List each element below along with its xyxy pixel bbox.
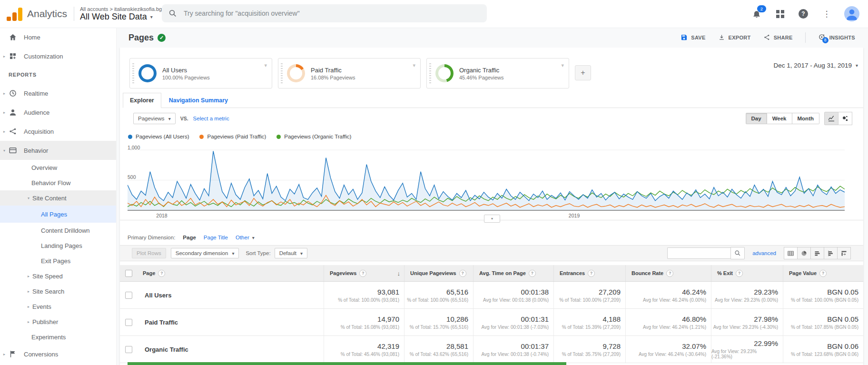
tab-navigation-summary[interactable]: Navigation Summary bbox=[161, 93, 236, 108]
insights-button[interactable]: INSIGHTS8 bbox=[818, 33, 855, 42]
chevron-right-icon[interactable]: ▸ bbox=[3, 91, 5, 96]
help-icon[interactable]: ? bbox=[459, 270, 466, 277]
sidebar-item-overview[interactable]: Overview bbox=[0, 160, 116, 175]
sidebar-item-events[interactable]: ▸Events bbox=[0, 299, 116, 314]
help-icon[interactable]: ? bbox=[819, 270, 827, 277]
sidebar-item-site-speed[interactable]: ▸Site Speed bbox=[0, 268, 116, 284]
table-search-icon[interactable] bbox=[730, 247, 745, 259]
collapse-chart-button[interactable]: ▾ bbox=[484, 215, 500, 223]
help-icon[interactable]: ? bbox=[529, 270, 536, 277]
chevron-down-icon[interactable]: ▾ bbox=[561, 62, 564, 69]
export-button[interactable]: EXPORT bbox=[718, 34, 751, 42]
sidebar-item-audience[interactable]: ▸Audience bbox=[0, 103, 116, 122]
date-range-selector[interactable]: Dec 1, 2017 - Aug 31, 2019 ▾ bbox=[774, 62, 858, 69]
sidebar-item-customization[interactable]: ▸Customization bbox=[0, 47, 116, 66]
help-icon[interactable]: ? bbox=[666, 270, 673, 277]
save-button[interactable]: SAVE bbox=[681, 34, 705, 42]
sidebar-item-exit-pages[interactable]: Exit Pages bbox=[0, 253, 116, 268]
column-header-unique-pageviews[interactable]: Unique Pageviews? bbox=[404, 265, 473, 281]
sidebar-item-site-content[interactable]: ▾Site Content bbox=[0, 190, 116, 206]
sidebar-item-experiments[interactable]: Experiments bbox=[0, 329, 116, 345]
sidebar-item-behavior[interactable]: ▾Behavior bbox=[0, 141, 116, 160]
secondary-dimension-dropdown[interactable]: Secondary dimension ▾ bbox=[171, 248, 239, 258]
data-quality-check-icon[interactable]: ✓ bbox=[158, 34, 166, 42]
table-view-icon[interactable] bbox=[784, 247, 798, 259]
help-icon[interactable]: ? bbox=[158, 270, 165, 277]
advanced-filter-link[interactable]: advanced bbox=[752, 250, 776, 256]
percentage-view-icon[interactable] bbox=[798, 247, 811, 259]
table-search-input[interactable] bbox=[667, 247, 730, 259]
chevron-right-icon[interactable]: ▸ bbox=[3, 110, 5, 115]
granularity-day[interactable]: Day bbox=[746, 113, 767, 124]
column-header-avg-time-on-page[interactable]: Avg. Time on Page? bbox=[473, 265, 553, 281]
drag-handle-icon[interactable] bbox=[281, 63, 283, 83]
tab-explorer[interactable]: Explorer bbox=[123, 93, 161, 108]
help-icon[interactable]: ? bbox=[588, 270, 595, 277]
sidebar-item-realtime[interactable]: ▸Realtime bbox=[0, 84, 116, 103]
chevron-right-icon[interactable]: ▸ bbox=[3, 352, 5, 356]
analytics-logo-icon[interactable] bbox=[7, 7, 22, 21]
drag-handle-icon[interactable] bbox=[132, 63, 134, 83]
line-chart-view-icon[interactable] bbox=[824, 112, 838, 125]
help-icon[interactable]: ? bbox=[359, 270, 366, 277]
column-header-pageviews[interactable]: Pageviews?↓ bbox=[324, 265, 404, 281]
overflow-menu-icon[interactable]: ⋮ bbox=[821, 8, 832, 20]
chevron-right-icon[interactable]: ▸ bbox=[28, 274, 30, 278]
chevron-right-icon[interactable]: ▸ bbox=[28, 305, 30, 309]
sidebar-item-landing-pages[interactable]: Landing Pages bbox=[0, 238, 116, 253]
notifications-bell-icon[interactable]: 2 bbox=[751, 8, 762, 20]
sidebar-item-acquisition[interactable]: ▸Acquisition bbox=[0, 122, 116, 141]
primary-dimension-other[interactable]: Other bbox=[236, 235, 249, 240]
sidebar-item-conversions[interactable]: ▸Conversions bbox=[0, 345, 116, 364]
row-checkbox[interactable] bbox=[125, 346, 132, 353]
performance-view-icon[interactable] bbox=[811, 247, 824, 259]
chevron-right-icon[interactable]: ▸ bbox=[28, 320, 30, 324]
column-header-label: Page bbox=[143, 270, 155, 276]
metric-dropdown[interactable]: Pageviews ▾ bbox=[133, 113, 176, 124]
motion-chart-view-icon[interactable] bbox=[838, 112, 852, 125]
pivot-view-icon[interactable] bbox=[838, 247, 851, 259]
comparison-view-icon[interactable] bbox=[824, 247, 838, 259]
help-icon[interactable]: ? bbox=[798, 8, 809, 20]
row-checkbox[interactable] bbox=[125, 292, 132, 299]
column-header-entrances[interactable]: Entrances? bbox=[553, 265, 625, 281]
select-metric-link[interactable]: Select a metric bbox=[193, 116, 229, 121]
plot-rows-button[interactable]: Plot Rows bbox=[132, 248, 166, 258]
select-all-checkbox[interactable] bbox=[125, 270, 132, 277]
chevron-right-icon[interactable]: ▸ bbox=[28, 289, 30, 294]
sort-type-dropdown[interactable]: Default ▾ bbox=[275, 248, 307, 258]
sidebar-item-publisher[interactable]: ▸Publisher bbox=[0, 314, 116, 329]
column-header-page[interactable]: Page? bbox=[137, 265, 324, 281]
sidebar-item-home[interactable]: Home bbox=[0, 28, 116, 47]
apps-grid-icon[interactable] bbox=[774, 8, 786, 20]
primary-dimension-page[interactable]: Page bbox=[183, 235, 196, 240]
chevron-down-icon[interactable]: ▾ bbox=[3, 148, 5, 153]
sidebar-item-behavior-flow[interactable]: Behavior Flow bbox=[0, 175, 116, 190]
help-icon[interactable]: ? bbox=[736, 270, 743, 277]
sidebar-item-all-pages[interactable]: All Pages bbox=[0, 206, 116, 223]
column-header-bounce-rate[interactable]: Bounce Rate? bbox=[625, 265, 711, 281]
chevron-down-icon[interactable]: ▾ bbox=[413, 62, 415, 69]
segment-card-organic-traffic[interactable]: Organic Traffic45.46% Pageviews▾ bbox=[426, 58, 569, 89]
search-input[interactable] bbox=[183, 9, 451, 18]
granularity-month[interactable]: Month bbox=[792, 113, 819, 124]
sidebar-item-site-search[interactable]: ▸Site Search bbox=[0, 284, 116, 299]
row-checkbox[interactable] bbox=[125, 319, 132, 326]
column-header-page-value[interactable]: Page Value? bbox=[783, 265, 863, 281]
segment-card-all-users[interactable]: All Users100.00% Pageviews▾ bbox=[129, 58, 272, 89]
chevron-right-icon[interactable]: ▸ bbox=[3, 54, 5, 59]
granularity-week[interactable]: Week bbox=[767, 113, 792, 124]
chevron-down-icon[interactable]: ▾ bbox=[264, 62, 267, 69]
primary-dimension-page-title[interactable]: Page Title bbox=[204, 235, 228, 240]
property-selector[interactable]: All accounts > italianskieziksofia.bg Al… bbox=[80, 6, 162, 22]
sidebar-item-content-drilldown[interactable]: Content Drilldown bbox=[0, 223, 116, 238]
chevron-down-icon[interactable]: ▾ bbox=[28, 196, 30, 200]
segment-card-paid-traffic[interactable]: Paid Traffic16.08% Pageviews▾ bbox=[278, 58, 421, 89]
drag-handle-icon[interactable] bbox=[429, 63, 431, 83]
timeseries-chart[interactable] bbox=[128, 141, 845, 213]
column-header--exit[interactable]: % Exit? bbox=[711, 265, 783, 281]
share-button[interactable]: SHARE bbox=[763, 34, 793, 42]
chevron-right-icon[interactable]: ▸ bbox=[3, 129, 5, 134]
add-segment-button[interactable]: + bbox=[575, 65, 591, 80]
avatar[interactable] bbox=[844, 6, 859, 21]
